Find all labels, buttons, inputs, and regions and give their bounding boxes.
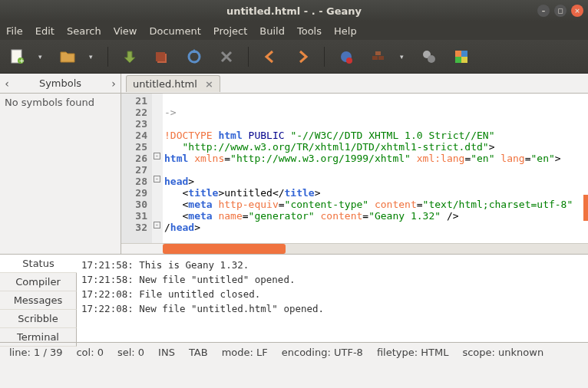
menu-search[interactable]: Search — [67, 25, 101, 37]
line-number[interactable]: 24 — [124, 130, 147, 141]
editor-tab-label: untitled.html — [133, 78, 197, 90]
svg-point-5 — [189, 51, 200, 62]
vscroll-marker[interactable] — [583, 195, 588, 221]
bottom-tab-terminal[interactable]: Terminal — [0, 328, 77, 347]
line-number[interactable]: 30 — [124, 199, 147, 210]
line-number[interactable]: 22 — [124, 107, 147, 118]
line-number[interactable]: 29 — [124, 187, 147, 199]
svg-rect-4 — [156, 52, 165, 61]
svg-rect-14 — [455, 51, 461, 57]
code-editor[interactable]: 212223242526272829303132 --- ->!DOCTYPE … — [121, 94, 588, 243]
status-filetype[interactable]: filetype: HTML — [377, 347, 449, 358]
line-number[interactable]: 28 — [124, 176, 147, 187]
sidebar-next-icon[interactable]: › — [107, 77, 121, 90]
code-line[interactable]: !DOCTYPE html PUBLIC "-//W3C//DTD XHTML … — [164, 130, 588, 141]
window-title: untitled.html - . - Geany — [6, 5, 582, 17]
svg-point-8 — [346, 58, 352, 64]
status-ins[interactable]: INS — [158, 347, 175, 358]
message-line: 17:22:08: File untitled closed. — [81, 287, 583, 301]
code-line[interactable]: html xmlns="http://www.w3.org/1999/xhtml… — [164, 153, 588, 164]
open-file-icon[interactable] — [57, 46, 78, 67]
editor-tabstrip: untitled.html × — [121, 74, 588, 94]
nav-forward-icon[interactable] — [292, 46, 313, 67]
fold-toggle-icon[interactable]: - — [154, 176, 160, 182]
code-line[interactable]: head> — [164, 176, 588, 187]
menu-help[interactable]: Help — [334, 25, 357, 37]
code-line[interactable]: /head> — [164, 222, 588, 233]
close-icon[interactable] — [216, 46, 237, 67]
fold-toggle-icon[interactable]: - — [154, 153, 160, 159]
bottom-tab-messages[interactable]: Messages — [0, 291, 77, 310]
line-number[interactable]: 26 — [124, 153, 147, 164]
bottom-tab-status[interactable]: Status — [0, 255, 77, 273]
svg-rect-10 — [378, 56, 384, 60]
code-line[interactable] — [164, 95, 588, 107]
line-number[interactable]: 31 — [124, 210, 147, 222]
compile-icon[interactable] — [335, 46, 357, 67]
minimize-button[interactable]: – — [537, 5, 550, 17]
status-scope: scope: unknown — [462, 347, 543, 358]
menu-document[interactable]: Document — [149, 25, 200, 37]
sidebar: ‹ Symbols › No symbols found — [0, 74, 121, 254]
statusbar: line: 1 / 39 col: 0 sel: 0 INS TAB mode:… — [0, 342, 588, 362]
status-line: line: 1 / 39 — [9, 347, 62, 358]
code-line[interactable]: "http://www.w3.org/TR/xhtml1/DTD/xhtml1-… — [164, 141, 588, 153]
hscroll-thumb[interactable] — [163, 244, 286, 254]
message-line: 17:21:58: This is Geany 1.32. — [81, 258, 583, 272]
reload-icon[interactable] — [183, 46, 205, 67]
titlebar[interactable]: untitled.html - . - Geany – ◻ × — [0, 0, 588, 21]
menu-project[interactable]: Project — [213, 25, 247, 37]
bottom-panel: StatusCompilerMessagesScribbleTerminal 1… — [0, 254, 588, 342]
status-mode[interactable]: mode: LF — [222, 347, 268, 358]
new-file-dropdown-icon[interactable]: ▾ — [38, 53, 46, 61]
build-icon[interactable] — [368, 46, 389, 67]
messages-output[interactable]: 17:21:58: This is Geany 1.32.17:21:58: N… — [77, 255, 588, 342]
run-icon[interactable] — [418, 46, 440, 67]
code-line[interactable] — [164, 164, 588, 176]
maximize-button[interactable]: ◻ — [554, 5, 567, 17]
nav-back-icon[interactable] — [259, 46, 281, 67]
status-encoding[interactable]: encoding: UTF-8 — [282, 347, 363, 358]
code-line[interactable] — [164, 118, 588, 130]
svg-rect-17 — [461, 57, 467, 63]
save-all-icon[interactable] — [151, 46, 173, 67]
svg-point-13 — [428, 55, 435, 63]
bottom-tab-scribble[interactable]: Scribble — [0, 310, 77, 328]
svg-rect-16 — [455, 57, 461, 63]
menu-view[interactable]: View — [114, 25, 137, 37]
line-number[interactable]: 27 — [124, 164, 147, 176]
code-line[interactable]: <meta name="generator" content="Geany 1.… — [164, 210, 588, 222]
code-line[interactable]: -> — [164, 107, 588, 118]
svg-rect-9 — [372, 56, 378, 60]
hscrollbar[interactable] — [121, 243, 588, 254]
open-file-dropdown-icon[interactable]: ▾ — [89, 53, 97, 61]
svg-rect-15 — [461, 51, 467, 57]
sidebar-prev-icon[interactable]: ‹ — [0, 77, 14, 90]
menu-tools[interactable]: Tools — [297, 25, 322, 37]
menu-edit[interactable]: Edit — [35, 25, 55, 37]
code-line[interactable]: <title>untitled</title> — [164, 187, 588, 199]
menubar: FileEditSearchViewDocumentProjectBuildTo… — [0, 21, 588, 40]
status-tab[interactable]: TAB — [189, 347, 208, 358]
status-col: col: 0 — [76, 347, 104, 358]
editor-tab[interactable]: untitled.html × — [126, 75, 220, 92]
menu-file[interactable]: File — [6, 25, 23, 37]
line-number[interactable]: 32 — [124, 222, 147, 233]
close-window-button[interactable]: × — [571, 5, 583, 17]
bottom-tab-compiler[interactable]: Compiler — [0, 273, 77, 291]
fold-toggle-icon[interactable]: - — [154, 222, 160, 229]
code-line[interactable]: <meta http-equiv="content-type" content=… — [164, 199, 588, 210]
line-number[interactable]: 23 — [124, 118, 147, 130]
build-dropdown-icon[interactable]: ▾ — [400, 53, 408, 61]
svg-text:+: + — [19, 57, 25, 64]
color-chooser-icon[interactable] — [451, 46, 472, 67]
svg-rect-11 — [375, 51, 381, 55]
line-number[interactable]: 25 — [124, 141, 147, 153]
message-line: 17:21:58: New file "untitled" opened. — [81, 272, 583, 287]
line-number[interactable]: 21 — [124, 95, 147, 107]
sidebar-tab-symbols[interactable]: Symbols — [14, 77, 107, 89]
save-icon[interactable] — [119, 46, 140, 67]
tab-close-icon[interactable]: × — [205, 78, 213, 90]
menu-build[interactable]: Build — [259, 25, 285, 37]
new-file-icon[interactable]: + — [6, 46, 28, 67]
